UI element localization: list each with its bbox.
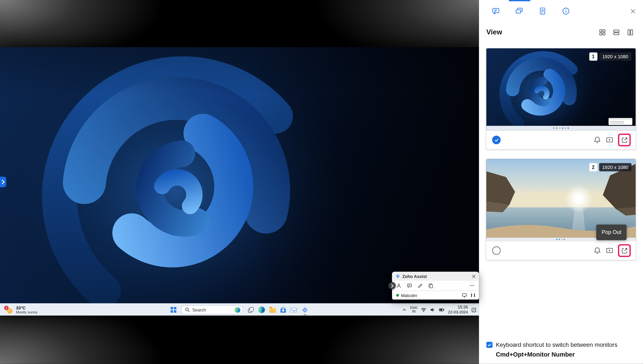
tab-info[interactable] [562,7,570,15]
assist-window-titlebar[interactable]: Zoho Assist [392,272,479,281]
monitor-1-share-screen-button[interactable] [605,136,613,144]
mail-envelope-icon [290,308,297,312]
language-region: IN [412,310,415,314]
volume-button[interactable] [430,307,436,312]
participants-button[interactable] [396,283,401,288]
shortcut-checkbox[interactable] [486,342,492,348]
windows-logo-icon [171,307,176,312]
zoho-assist-logo-icon [395,274,400,278]
tab-notes[interactable] [538,7,547,15]
connected-user-name: Malcolm [401,293,417,298]
clock[interactable]: 15:26 22-03-2024 [448,305,468,314]
tray-date: 22-03-2024 [448,310,468,315]
task-view-icon [248,307,254,313]
collapse-toolbar-button[interactable] [388,282,396,290]
chat-bubble-icon [492,7,500,15]
assist-window-title: Zoho Assist [402,274,427,278]
file-explorer-button[interactable] [269,307,276,312]
view-title: View [486,28,502,36]
grid-view-button[interactable] [599,29,606,36]
list-view-button[interactable] [612,29,620,36]
edge-icon [258,307,265,313]
tab-chat[interactable] [492,7,500,15]
assist-side-panel: View 1 [479,0,643,364]
monitor-1-select-radio[interactable] [492,136,501,144]
monitor-2-share-screen-button[interactable] [605,247,613,254]
shortcut-note: Keyboard shortcut to switch between moni… [486,341,635,358]
remote-session-screen: 1 33°C Mostly sunny Search [0,0,643,364]
bell-icon [593,247,601,254]
shortcut-keys: Cmd+Opt+Monitor Number [496,351,636,358]
pop-out-tooltip: Pop Out [596,224,627,240]
annotate-button[interactable] [417,283,423,288]
chevron-right-icon [391,284,394,288]
close-icon [472,274,476,278]
task-view-button[interactable] [248,307,254,313]
letterbox-top [0,0,479,47]
monitor-2-notify-button[interactable] [593,247,601,254]
close-assist-window-button[interactable] [472,274,476,278]
monitor-switch-button[interactable] [462,292,467,298]
person-icon [396,283,401,288]
network-button[interactable] [421,307,426,312]
weather-temp: 33°C [16,305,38,310]
widgets-weather[interactable]: 1 33°C Mostly sunny [4,304,38,316]
pop-out-icon [621,247,628,254]
share-screen-icon [605,136,613,144]
bell-icon [593,136,601,144]
assist-toolbar-window: Zoho Assist Malcolm [392,272,479,300]
pause-session-button[interactable] [471,294,475,297]
mini-assist-window [608,118,632,125]
copy-icon [428,283,433,288]
language-switcher[interactable]: ENG IN [410,306,418,314]
info-icon [562,7,570,15]
monitor-1-pop-out-button[interactable] [621,136,628,144]
store-bag-icon [280,308,286,312]
monitor-card-2: 2 1920 x 1080 Pop Out [486,159,635,260]
mail-button[interactable] [290,308,297,312]
monitor-1-preview[interactable]: 1 1920 x 1080 [486,48,635,130]
monitor-resolution-badge: 1920 x 1080 [599,163,631,172]
monitor-1-actions [486,130,635,149]
speaker-icon [430,307,436,312]
pause-icon [471,294,472,297]
monitor-2-select-radio[interactable] [492,246,501,255]
search-highlight-icon [235,307,241,313]
pop-out-icon [621,136,628,144]
taskbar-search-box[interactable]: Search [181,305,243,314]
more-options-button[interactable] [469,283,475,288]
pen-workspace-icon [471,307,476,312]
close-panel-button[interactable] [630,8,636,14]
zoho-assist-taskbar-button[interactable] [301,306,308,314]
check-icon [487,342,492,347]
active-tab-indicator [509,0,530,1]
expand-session-panel-tab[interactable] [0,176,6,187]
start-button[interactable] [171,307,176,312]
pen-workspace-button[interactable] [471,307,476,312]
tray-time: 15:26 [458,305,468,310]
more-dots-icon [469,283,475,288]
edge-browser-button[interactable] [258,307,265,313]
chevron-right-icon [1,180,5,184]
session-chat-button[interactable] [407,283,412,288]
assist-status-row: Malcolm [392,290,479,300]
monitor-1-notify-button[interactable] [593,136,601,144]
column-view-button[interactable] [627,29,634,36]
windows-taskbar: 1 33°C Mostly sunny Search [0,303,479,316]
monitor-2-pop-out-button[interactable] [621,247,628,254]
tray-overflow-button[interactable] [402,307,407,312]
battery-button[interactable] [439,307,445,312]
share-screen-icon [605,247,613,254]
tab-monitors[interactable] [515,7,523,15]
folder-icon [269,308,276,312]
microsoft-store-button[interactable] [280,307,286,312]
monitors-icon [515,7,523,15]
notes-icon [538,7,547,15]
copy-clipboard-button[interactable] [428,283,433,288]
close-icon [630,8,636,14]
monitor-icon [462,292,467,298]
running-app-indicator [303,314,306,315]
search-icon [185,307,190,312]
grid-view-icon [599,29,606,36]
pop-out-highlight [618,244,631,257]
